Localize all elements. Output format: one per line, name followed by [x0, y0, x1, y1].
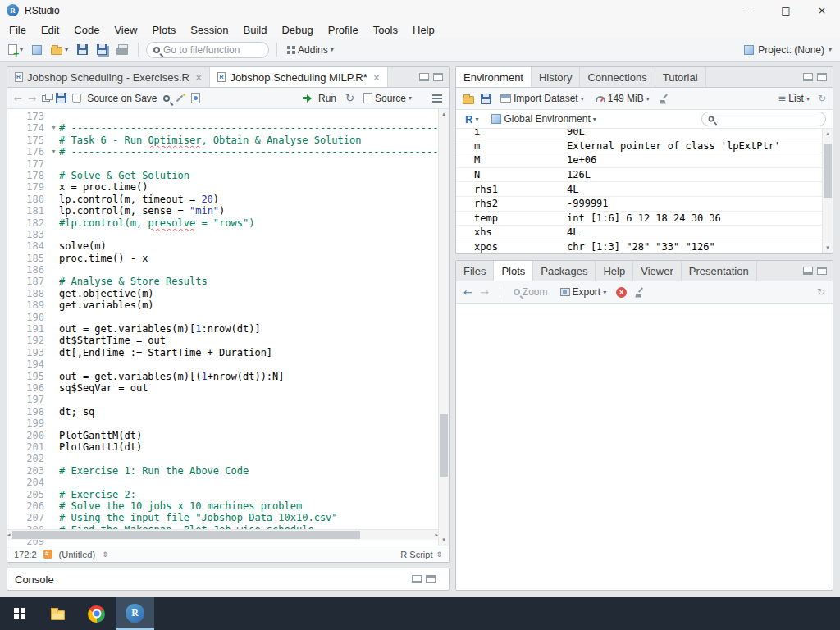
new-project-button[interactable] [30, 43, 44, 57]
menu-session[interactable]: Session [183, 22, 235, 38]
menu-profile[interactable]: Profile [321, 22, 366, 38]
zoom-button[interactable]: Zoom [511, 285, 550, 299]
vertical-scrollbar[interactable]: ▴ ▾ [438, 109, 449, 546]
environment-search-box[interactable] [701, 112, 826, 126]
rstudio-taskbar-button[interactable] [116, 597, 154, 630]
env-variable-row[interactable]: mExternal pointer of class 'lpExtPtr' [456, 139, 833, 154]
scroll-down-icon[interactable]: ▾ [826, 243, 829, 253]
scroll-up-icon[interactable]: ▴ [826, 129, 829, 139]
source-on-save-checkbox[interactable] [72, 94, 81, 103]
scroll-thumb[interactable] [824, 144, 832, 198]
pane-minimize-icon[interactable] [412, 575, 422, 583]
menu-debug[interactable]: Debug [274, 22, 320, 38]
scroll-track[interactable] [439, 120, 449, 535]
list-view-button[interactable]: ≡ List ▾ [775, 91, 812, 106]
menu-build[interactable]: Build [236, 22, 275, 38]
run-button[interactable]: Run [300, 91, 339, 106]
previous-plot-icon[interactable]: ← [463, 286, 472, 299]
horizontal-scrollbar[interactable]: ◂ ▸ [7, 529, 438, 540]
tab-history[interactable]: History [532, 67, 580, 87]
fold-icon[interactable]: ▾ [48, 146, 59, 158]
section-selector-icon[interactable]: ⇕ [102, 550, 108, 559]
environment-search-input[interactable] [718, 114, 819, 124]
pane-minimize-icon[interactable] [803, 267, 813, 275]
source-button[interactable]: Source ▾ [361, 91, 414, 106]
scroll-down-icon[interactable]: ▾ [442, 535, 445, 546]
save-workspace-icon[interactable] [481, 94, 491, 104]
tab-viewer[interactable]: Viewer [633, 261, 682, 281]
env-variable-row[interactable]: tempint [1:6] 6 12 18 24 30 36 [456, 212, 833, 226]
print-button[interactable] [114, 43, 130, 57]
code-editor[interactable]: 173174▾# -------------------------------… [7, 109, 449, 546]
refresh-icon[interactable]: ↻ [818, 93, 826, 104]
menu-code[interactable]: Code [66, 22, 107, 38]
tab-environment[interactable]: Environment [456, 67, 532, 87]
pane-maximize-icon[interactable] [817, 267, 827, 275]
menu-file[interactable]: File [2, 22, 34, 38]
project-selector[interactable]: Project: (None) ▾ [744, 44, 834, 56]
back-icon[interactable]: ← [14, 93, 22, 104]
tab-connections[interactable]: Connections [580, 67, 655, 87]
source-tab[interactable]: Jobshop Scheduling - Exercises.R× [7, 67, 210, 87]
remove-plot-icon[interactable]: × [616, 287, 627, 298]
refresh-icon[interactable]: ↻ [817, 286, 825, 298]
env-variable-row[interactable]: xposchr [1:3] "28" "33" "126" [456, 240, 833, 253]
find-replace-icon[interactable] [163, 95, 170, 102]
env-variable-row[interactable]: M1e+06 [456, 153, 833, 168]
export-button[interactable]: Export ▾ [558, 285, 609, 299]
menu-view[interactable]: View [107, 22, 144, 38]
env-variable-row[interactable]: rhs2-999991 [456, 197, 833, 212]
close-button[interactable]: × [804, 0, 840, 21]
new-file-button[interactable]: ▾ [6, 43, 25, 57]
env-variable-row[interactable]: i90L [456, 129, 833, 139]
goto-file-input[interactable] [163, 44, 262, 56]
scroll-track[interactable] [823, 139, 833, 243]
menu-tools[interactable]: Tools [366, 22, 405, 38]
env-variable-row[interactable]: rhs14L [456, 182, 833, 197]
save-icon[interactable] [56, 93, 66, 103]
document-outline-icon[interactable] [432, 94, 442, 103]
addins-button[interactable]: Addins ▾ [285, 43, 336, 57]
tab-help[interactable]: Help [596, 261, 633, 281]
save-all-button[interactable] [94, 43, 110, 57]
popout-icon[interactable] [42, 95, 50, 102]
environment-selector[interactable]: Global Environment ▾ [489, 112, 598, 126]
close-tab-icon[interactable]: × [195, 73, 202, 82]
tab-plots[interactable]: Plots [494, 261, 533, 281]
file-explorer-taskbar-button[interactable] [39, 597, 77, 630]
tab-presentation[interactable]: Presentation [682, 261, 757, 281]
goto-file-box[interactable] [146, 42, 269, 58]
section-label[interactable]: (Untitled) [59, 550, 96, 559]
code-tools-icon[interactable] [176, 94, 185, 103]
scroll-thumb[interactable] [440, 414, 448, 477]
open-file-button[interactable]: ▾ [48, 43, 71, 57]
pane-maximize-icon[interactable] [817, 73, 827, 81]
tab-files[interactable]: Files [456, 261, 494, 281]
fold-icon[interactable]: ▾ [48, 122, 59, 134]
scroll-right-icon[interactable]: ▸ [435, 530, 438, 541]
menu-edit[interactable]: Edit [34, 22, 66, 38]
start-taskbar-button[interactable] [0, 597, 39, 630]
memory-usage-button[interactable]: 149 MiB ▾ [593, 91, 652, 106]
environment-scrollbar[interactable]: ▴ ▾ [822, 129, 833, 253]
env-variable-row[interactable]: xhs4L [456, 226, 833, 240]
compile-report-icon[interactable] [191, 93, 200, 103]
pane-minimize-icon[interactable] [419, 73, 429, 81]
close-tab-icon[interactable]: × [373, 73, 380, 82]
tab-tutorial[interactable]: Tutorial [655, 67, 706, 87]
menu-plots[interactable]: Plots [144, 22, 183, 38]
import-dataset-button[interactable]: Import Dataset ▾ [498, 91, 587, 106]
filetype-selector[interactable]: R Script ⇕ [400, 550, 442, 559]
clear-objects-icon[interactable] [659, 94, 669, 104]
rerun-icon[interactable]: ↻ [345, 92, 354, 104]
maximize-button[interactable]: □ [768, 0, 804, 21]
tab-packages[interactable]: Packages [533, 261, 596, 281]
forward-icon[interactable]: → [28, 93, 36, 104]
scroll-up-icon[interactable]: ▴ [442, 109, 445, 120]
save-button[interactable] [75, 43, 90, 57]
pane-minimize-icon[interactable] [803, 73, 813, 81]
load-workspace-icon[interactable] [463, 96, 474, 104]
scroll-track[interactable] [11, 530, 436, 540]
language-selector[interactable]: R ▾ [463, 112, 481, 127]
console-header[interactable]: Console [7, 568, 449, 590]
